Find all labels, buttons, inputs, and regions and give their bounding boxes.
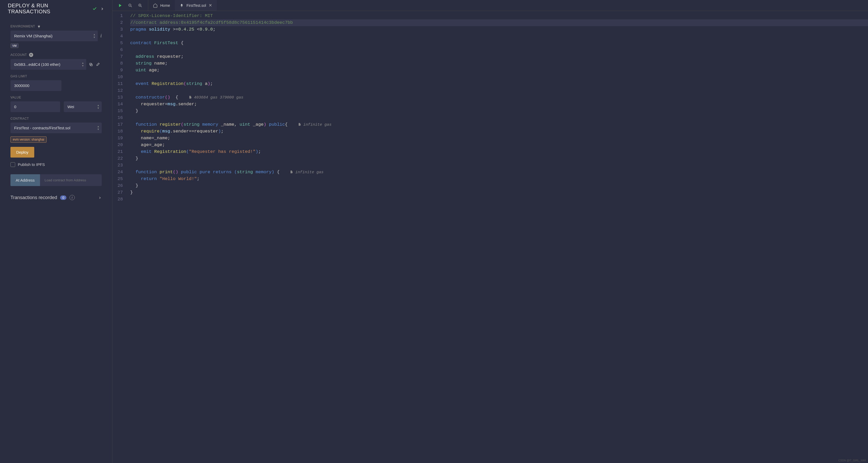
zoom-out-icon[interactable] bbox=[128, 3, 132, 8]
home-icon bbox=[153, 3, 158, 8]
contract-select[interactable]: FirstTest - contracts/FirstTest.sol bbox=[10, 123, 102, 133]
svg-line-7 bbox=[141, 6, 142, 7]
environment-label: ENVIRONMENT bbox=[10, 25, 102, 29]
info-icon[interactable]: i bbox=[69, 195, 75, 200]
deploy-button[interactable]: Deploy bbox=[10, 147, 34, 158]
tab-file[interactable]: FirstTest.sol ✕ bbox=[175, 0, 217, 11]
tab-label: FirstTest.sol bbox=[186, 3, 206, 8]
play-icon[interactable] bbox=[118, 3, 122, 8]
tx-recorded-label: Transactions recorded bbox=[10, 195, 57, 200]
code-editor[interactable]: 1234567891011121314151617181920212223242… bbox=[113, 11, 868, 463]
caret-icon: ▴▾ bbox=[97, 104, 99, 109]
editor-area: Home FirstTest.sol ✕ 1234567891011121314… bbox=[113, 0, 868, 463]
value-unit-select[interactable]: Wei bbox=[64, 101, 102, 112]
account-label: ACCOUNT+ bbox=[10, 53, 102, 57]
gas-icon bbox=[298, 123, 302, 126]
at-address-button[interactable]: At Address bbox=[10, 174, 40, 186]
value-label: VALUE bbox=[10, 96, 102, 99]
panel-title: DEPLOY & RUN TRANSACTIONS bbox=[8, 3, 89, 14]
gas-hint: infinite gas bbox=[290, 170, 323, 174]
close-icon[interactable]: ✕ bbox=[209, 3, 212, 8]
value-input[interactable] bbox=[10, 101, 60, 112]
publish-ipfs-checkbox[interactable] bbox=[10, 162, 15, 167]
check-icon[interactable] bbox=[92, 6, 97, 11]
publish-ipfs-label: Publish to IPFS bbox=[18, 162, 45, 167]
svg-marker-11 bbox=[181, 5, 183, 7]
tab-label: Home bbox=[160, 3, 170, 8]
caret-icon: ▴▾ bbox=[97, 125, 99, 131]
watermark: CSDN @IT_GIRL_XAH bbox=[838, 459, 866, 462]
at-address-input[interactable] bbox=[40, 174, 102, 186]
editor-toolbar: Home FirstTest.sol ✕ bbox=[113, 0, 868, 11]
gas-icon bbox=[290, 170, 293, 174]
caret-icon: ▴▾ bbox=[82, 61, 84, 67]
gas-icon bbox=[189, 95, 192, 99]
info-icon[interactable]: i bbox=[100, 33, 102, 39]
chevron-right-icon[interactable] bbox=[100, 6, 104, 11]
evm-version-badge: evm version: shanghai bbox=[10, 136, 46, 143]
tx-count-badge: 0 bbox=[60, 195, 66, 200]
account-select[interactable]: 0x5B3...eddC4 (100 ether) bbox=[10, 59, 86, 70]
code-content[interactable]: // SPDX-License-Identifier: MIT //contra… bbox=[127, 12, 868, 463]
copy-icon[interactable] bbox=[89, 62, 93, 67]
environment-select[interactable]: Remix VM (Shanghai) bbox=[10, 31, 98, 41]
edit-icon[interactable] bbox=[96, 62, 100, 67]
vm-badge: VM bbox=[10, 43, 19, 48]
tab-home[interactable]: Home bbox=[148, 0, 175, 11]
svg-marker-2 bbox=[119, 4, 121, 7]
svg-line-4 bbox=[131, 6, 132, 7]
plug-icon bbox=[37, 25, 41, 29]
add-account-icon[interactable]: + bbox=[29, 53, 33, 57]
solidity-icon bbox=[180, 3, 184, 8]
caret-icon: ▴▾ bbox=[94, 33, 95, 39]
line-gutter: 1234567891011121314151617181920212223242… bbox=[113, 12, 127, 463]
gas-label: GAS LIMIT bbox=[10, 74, 102, 78]
deploy-panel: DEPLOY & RUN TRANSACTIONS ENVIRONMENT Re… bbox=[0, 0, 113, 463]
gas-hint: infinite gas bbox=[298, 123, 332, 127]
contract-label: CONTRACT bbox=[10, 117, 102, 121]
zoom-in-icon[interactable] bbox=[138, 3, 142, 8]
chevron-right-icon[interactable] bbox=[98, 195, 102, 200]
gas-hint: 403684 gas 379000 gas bbox=[189, 95, 243, 100]
gas-limit-input[interactable] bbox=[10, 80, 61, 91]
